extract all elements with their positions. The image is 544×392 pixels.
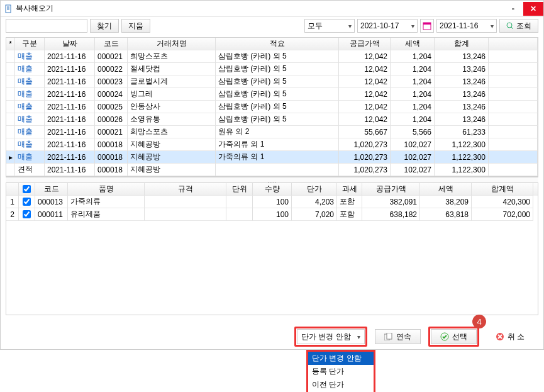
col-tax[interactable]: 세액 [391, 38, 435, 50]
dropdown-item[interactable]: 이전 단가 [308, 378, 374, 391]
cell-desc: 삼립호빵 (카레) 외 5 [216, 50, 339, 63]
cell-code: 000025 [95, 101, 128, 113]
col-gubun[interactable]: 구분 [15, 38, 45, 50]
cell-supply: 382,091 [362, 196, 420, 208]
cell-gubun: 매출 [15, 126, 45, 138]
cell-tax: 102,027 [391, 151, 435, 164]
col-spec[interactable]: 규격 [145, 183, 226, 196]
cell-taxtype: 포함 [337, 208, 362, 221]
price-change-select[interactable]: 단가 변경 안함▾ [297, 329, 365, 344]
cell-desc: 원유 외 2 [216, 126, 339, 138]
table-row[interactable]: 매출2021-11-16000026소영유통삼립호빵 (카레) 외 512,04… [6, 113, 538, 126]
table-row[interactable]: 매출2021-11-16000021희망스포츠삼립호빵 (카레) 외 512,0… [6, 50, 538, 63]
check-circle-icon [440, 332, 449, 341]
cell-vendor: 소영유통 [128, 113, 216, 126]
col-date[interactable]: 날짜 [45, 38, 95, 50]
table-row[interactable]: 매출2021-11-16000024빙그레삼립호빵 (카레) 외 512,042… [6, 88, 538, 101]
col-taxamt[interactable]: 세액 [420, 183, 472, 196]
row-checkbox[interactable] [23, 210, 31, 218]
cell-code: 000026 [95, 113, 128, 126]
find-button[interactable]: 찾기 [90, 19, 119, 33]
date-from-input[interactable]: 2021-10-17▾ [357, 19, 418, 33]
dropdown-item[interactable]: 등록 단가 [308, 365, 374, 378]
col-tax2[interactable]: 과세 [337, 183, 362, 196]
col-code2[interactable]: 코드 [35, 183, 68, 196]
grid-splitter[interactable]: ..... [6, 177, 538, 183]
row-checkbox[interactable] [23, 198, 31, 206]
col-supply[interactable]: 공급가액 [339, 38, 391, 50]
cell-date: 2021-11-16 [45, 88, 95, 101]
chevron-down-icon: ▾ [357, 333, 360, 340]
main-grid[interactable]: * 구분 날짜 코드 거래처명 적요 공급가액 세액 합계 매출2021-11-… [6, 37, 538, 177]
col-supply2[interactable]: 공급가액 [362, 183, 420, 196]
detail-grid[interactable]: 코드 품명 규격 단위 수량 단가 과세 공급가액 세액 합계액 1000013… [6, 183, 538, 315]
col-marker: * [6, 38, 15, 50]
cell-gubun: 매출 [15, 113, 45, 126]
cell-date: 2021-11-16 [45, 151, 95, 164]
cell-supply: 1,020,273 [339, 138, 391, 151]
cell-tax: 1,204 [391, 63, 435, 76]
table-row[interactable]: 1000013가죽의류1004,203포함382,09138,209420,30… [6, 196, 538, 208]
svg-rect-0 [6, 5, 11, 13]
cell-code: 000011 [35, 208, 68, 221]
cell-total: 1,122,300 [435, 164, 489, 176]
cell-unit [226, 196, 253, 208]
continuous-button[interactable]: 연속 [375, 329, 421, 344]
cell-supply: 55,667 [339, 126, 391, 138]
col-total[interactable]: 합계 [435, 38, 489, 50]
cell-name: 유리제품 [68, 208, 145, 221]
cell-gubun: 매출 [15, 50, 45, 63]
col-name[interactable]: 품명 [68, 183, 145, 196]
cell-date: 2021-11-16 [45, 138, 95, 151]
cell-date: 2021-11-16 [45, 126, 95, 138]
cell-vendor: 글로벌시계 [128, 76, 216, 88]
table-row[interactable]: 매출2021-11-16000025안동상사삼립호빵 (카레) 외 512,04… [6, 101, 538, 113]
check-all[interactable] [23, 185, 31, 193]
table-row[interactable]: 2000011유리제품1007,020포함638,18263,818702,00… [6, 208, 538, 221]
cell-total: 420,300 [472, 196, 533, 208]
table-row[interactable]: 매출2021-11-16000023글로벌시계삼립호빵 (카레) 외 512,0… [6, 76, 538, 88]
col-vendor[interactable]: 거래처명 [128, 38, 216, 50]
col-total2[interactable]: 합계액 [472, 183, 533, 196]
cell-supply: 12,042 [339, 101, 391, 113]
cell-tax: 5,566 [391, 126, 435, 138]
cell-tax: 1,204 [391, 88, 435, 101]
table-row[interactable]: 견적2021-11-16000018지혜공방1,020,273102,0271,… [6, 164, 538, 176]
table-row[interactable]: 매출2021-11-16000021희망스포츠원유 외 255,6675,566… [6, 126, 538, 138]
cell-gubun: 매출 [15, 151, 45, 164]
search-input[interactable] [6, 19, 87, 33]
col-check[interactable] [19, 183, 35, 196]
cancel-button[interactable]: 취 소 [487, 329, 533, 344]
svg-rect-2 [423, 23, 431, 25]
query-button[interactable]: 조회 [499, 19, 538, 33]
svg-rect-6 [387, 333, 392, 339]
table-row[interactable]: 매출2021-11-16000018지혜공방가죽의류 외 11,020,2731… [6, 138, 538, 151]
col-qty[interactable]: 수량 [253, 183, 292, 196]
date-to-input[interactable]: 2021-11-16▾ [436, 19, 497, 33]
maximize-button[interactable]: ▫ [503, 2, 523, 16]
table-row[interactable]: 매출2021-11-16000022절세닷컴삼립호빵 (카레) 외 512,04… [6, 63, 538, 76]
cell-tax: 1,204 [391, 76, 435, 88]
close-button[interactable]: ✕ [523, 2, 543, 16]
cell-taxtype: 포함 [337, 196, 362, 208]
cell-qty: 100 [253, 196, 292, 208]
chevron-down-icon: ▾ [491, 23, 494, 30]
dropdown-item[interactable]: 단가 변경 안함 [308, 352, 374, 365]
cell-vendor: 안동상사 [128, 101, 216, 113]
col-unit[interactable]: 단위 [226, 183, 253, 196]
calendar-from-button[interactable] [420, 19, 434, 33]
table-row[interactable]: ▸매출2021-11-16000018지혜공방가죽의류 외 11,020,273… [6, 151, 538, 164]
cell-rownum: 1 [6, 196, 19, 208]
cell-supply: 1,020,273 [339, 151, 391, 164]
filter-select[interactable]: 모두▾ [304, 19, 355, 33]
col-code[interactable]: 코드 [95, 38, 128, 50]
cell-total: 61,233 [435, 126, 489, 138]
col-desc[interactable]: 적요 [216, 38, 339, 50]
cancel-circle-icon [496, 332, 504, 341]
price-change-dropdown[interactable]: 단가 변경 안함등록 단가이전 단가전용 단가 [306, 350, 375, 392]
col-price[interactable]: 단가 [292, 183, 337, 196]
clear-button[interactable]: 지움 [121, 19, 150, 33]
svg-point-3 [507, 23, 512, 28]
cell-gubun: 매출 [15, 138, 45, 151]
select-button[interactable]: 선택 [431, 329, 477, 344]
